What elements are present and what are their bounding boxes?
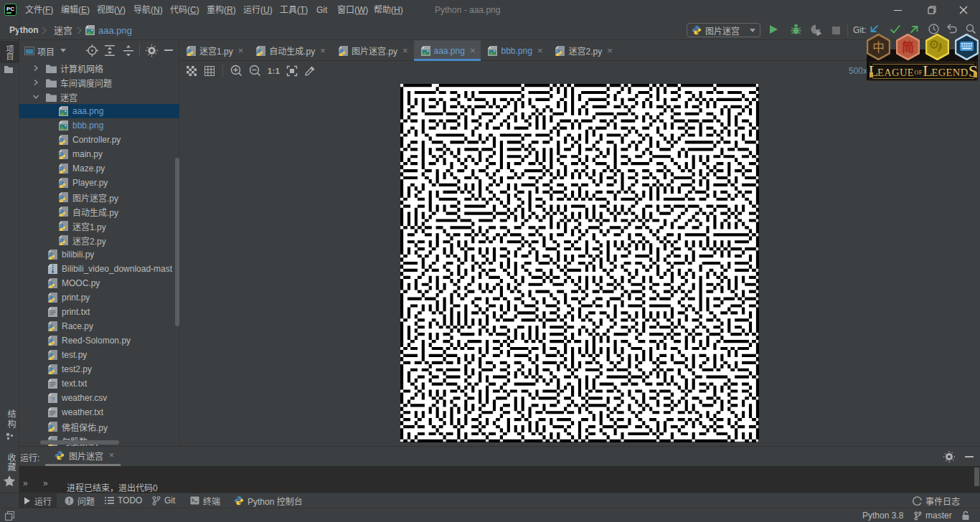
svg-text:中: 中 xyxy=(872,37,885,55)
svg-text:简: 简 xyxy=(902,37,914,55)
svg-text:?: ? xyxy=(50,396,55,403)
